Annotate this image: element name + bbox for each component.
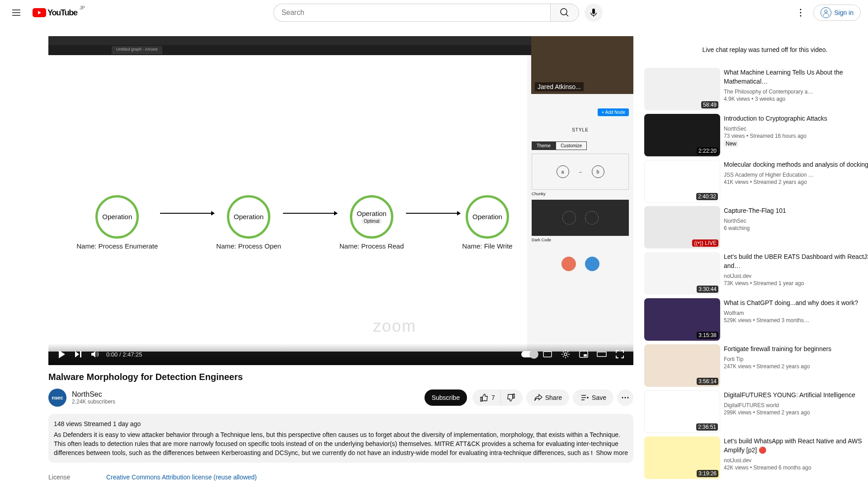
save-icon (580, 393, 589, 402)
recommendation-info: Introduction to Cryptographic Attacks No… (724, 114, 868, 156)
zoom-watermark: zoom (373, 317, 416, 336)
video-player[interactable]: Untitled graph - Arrows OperationName: P… (48, 36, 633, 365)
channel-name[interactable]: NorthSec (72, 390, 419, 399)
recommendation-channel: notJust.dev (724, 272, 868, 280)
youtube-logo[interactable]: YouTube JP (33, 8, 85, 18)
player-controls: 0:00 / 2:47:25 (48, 343, 633, 365)
recommendation-item[interactable]: 2:36:51 DigitalFUTURES YOUNG: Artificial… (644, 390, 868, 433)
recommendation-title: What Machine Learning Tells Us About the… (724, 68, 868, 86)
recommendation-meta: 41K views • Streamed 2 years ago (724, 179, 868, 185)
video-duration: 2:36:51 (696, 423, 718, 431)
svg-rect-10 (597, 352, 606, 357)
recommendation-info: DigitalFUTURES YOUNG: Artificial Intelli… (724, 390, 868, 433)
video-thumbnail: 3:30:44 (644, 252, 720, 295)
recommendation-item[interactable]: 3:15:38 What is ChatGPT doing...and why … (644, 298, 868, 341)
description-text: As Defenders it is easy to view attacker… (54, 430, 628, 457)
autoplay-toggle[interactable] (521, 351, 538, 357)
svg-point-11 (622, 397, 623, 399)
kebab-icon (795, 7, 806, 18)
svg-point-4 (800, 15, 802, 17)
volume-icon (90, 350, 99, 359)
recommendation-item[interactable]: 3:56:14 Fortigate firewall training for … (644, 344, 868, 387)
recommendation-channel: DigitalFUTURES world (724, 401, 868, 409)
signin-button[interactable]: Sign in (813, 5, 861, 21)
save-button[interactable]: Save (573, 389, 613, 406)
time-display: 0:00 / 2:47:25 (106, 351, 142, 358)
play-button[interactable] (54, 346, 70, 362)
recommendation-info: Molecular docking methods and analysis o… (724, 160, 868, 202)
recommendation-info: Let's build WhatsApp with React Native a… (724, 436, 868, 479)
recommendation-item[interactable]: ((•)) LIVE Capture-The-Flag 101 NorthSec… (644, 206, 868, 249)
subscribe-button[interactable]: Subscribe (425, 389, 467, 406)
recommendation-meta: 247K views • Streamed 2 years ago (724, 363, 868, 370)
video-duration: 3:30:44 (697, 286, 718, 293)
share-icon (533, 393, 542, 402)
settings-menu-button[interactable] (792, 4, 810, 22)
cc-icon (542, 349, 552, 359)
recommendation-item[interactable]: 3:30:44 Let's build the UBER EATS Dashbo… (644, 252, 868, 295)
recommendation-item[interactable]: 58:49 What Machine Learning Tells Us Abo… (644, 68, 868, 110)
hamburger-menu-button[interactable] (7, 4, 25, 22)
video-duration: 3:56:14 (697, 378, 718, 385)
recommendation-meta: 6 watching (724, 225, 868, 231)
miniplayer-button[interactable] (576, 346, 592, 362)
subscriber-count: 2.24K subscribers (72, 399, 419, 405)
volume-button[interactable] (86, 346, 103, 362)
license-label: License (48, 474, 106, 481)
recommendation-title: Let's build WhatsApp with React Native a… (724, 436, 868, 455)
recommendation-item[interactable]: 2:22:20 Introduction to Cryptographic At… (644, 114, 868, 156)
channel-avatar[interactable]: nsec (48, 389, 66, 407)
country-code: JP (80, 5, 85, 10)
chat-notice: Live chat replay was turned off for this… (644, 36, 868, 63)
search-button[interactable] (550, 4, 579, 22)
recommendation-info: Let's build the UBER EATS Dashboard with… (724, 252, 868, 295)
recommendation-title: Molecular docking methods and analysis o… (724, 160, 868, 169)
recommendation-meta: 529K views • Streamed 3 months… (724, 317, 868, 324)
svg-rect-1 (592, 9, 595, 14)
youtube-play-icon (33, 8, 46, 17)
recommendation-channel: Forti Tip (724, 355, 868, 363)
video-thumbnail: 58:49 (644, 68, 720, 110)
recommendation-info: Fortigate firewall training for beginner… (724, 344, 868, 387)
recommendation-channel: The Philosophy of Contemporary a… (724, 88, 868, 96)
fullscreen-icon (615, 349, 625, 359)
ellipsis-icon (621, 393, 630, 402)
video-meta-row: nsec NorthSec 2.24K subscribers Subscrib… (48, 389, 633, 407)
svg-rect-6 (543, 352, 552, 357)
presenter-name: Jared Atkinso... (535, 82, 584, 91)
new-badge: New (724, 140, 738, 147)
captions-button[interactable] (539, 346, 556, 362)
recommendation-meta: 299K views • Streamed 2 years ago (724, 409, 868, 416)
like-button[interactable]: 7 (472, 389, 501, 406)
user-icon (821, 7, 831, 18)
settings-button[interactable] (557, 346, 574, 362)
gear-icon (561, 349, 571, 359)
video-title: Malware Morphology for Detection Enginee… (48, 371, 633, 383)
next-button[interactable] (70, 346, 86, 362)
video-duration: 3:19:26 (697, 470, 718, 477)
microphone-icon (588, 7, 599, 18)
recommendation-item[interactable]: 3:19:26 Let's build WhatsApp with React … (644, 436, 868, 479)
show-more-button[interactable]: Show more (592, 448, 628, 457)
share-button[interactable]: Share (526, 389, 569, 406)
thumbs-down-icon (506, 393, 515, 402)
recommendation-info: What is ChatGPT doing...and why does it … (724, 298, 868, 341)
search-input[interactable] (274, 4, 550, 22)
recommendation-title: Capture-The-Flag 101 (724, 206, 868, 215)
voice-search-button[interactable] (585, 4, 603, 22)
more-actions-button[interactable] (617, 389, 633, 406)
description-box[interactable]: 148 views Streamed 1 day ago As Defender… (48, 414, 633, 463)
video-thumbnail: 2:40:32 (644, 160, 720, 202)
video-duration: 2:40:32 (696, 193, 718, 200)
recommendation-item[interactable]: 2:40:32 Molecular docking methods and an… (644, 160, 868, 202)
svg-point-13 (627, 397, 629, 399)
license-link[interactable]: Creative Commons Attribution license (re… (106, 474, 257, 481)
fullscreen-button[interactable] (612, 346, 628, 362)
description-header: 148 views Streamed 1 day ago (54, 419, 628, 428)
svg-point-0 (561, 9, 567, 15)
live-badge: ((•)) LIVE (692, 239, 718, 247)
theater-button[interactable] (594, 346, 610, 362)
theater-icon (596, 349, 607, 359)
primary-column: Untitled graph - Arrows OperationName: P… (48, 36, 633, 484)
dislike-button[interactable] (501, 389, 523, 406)
